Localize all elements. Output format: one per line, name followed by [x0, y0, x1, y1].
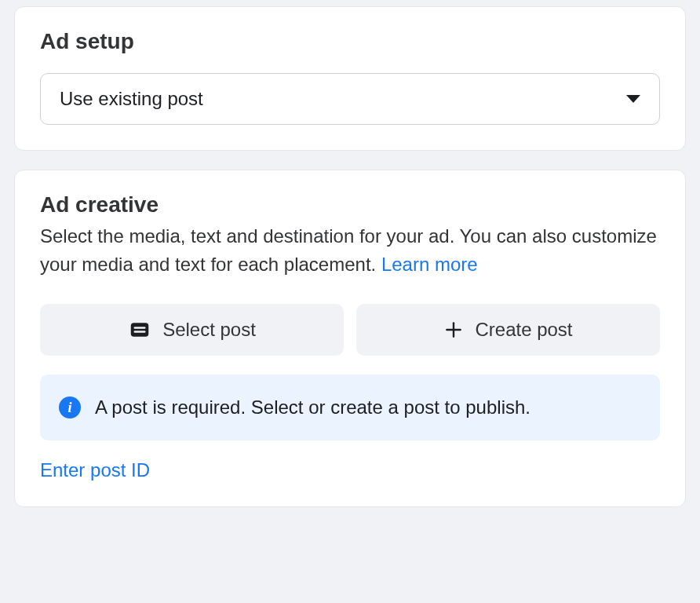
enter-post-id-link[interactable]: Enter post ID: [40, 459, 150, 481]
create-post-label: Create post: [475, 319, 572, 341]
info-banner: i A post is required. Select or create a…: [40, 375, 660, 440]
ad-creative-description-text: Select the media, text and destination f…: [40, 225, 657, 275]
ad-creative-description: Select the media, text and destination f…: [40, 222, 660, 279]
ad-creative-title: Ad creative: [40, 192, 660, 217]
post-card-icon: [128, 318, 151, 342]
ad-setup-dropdown-value: Use existing post: [60, 88, 203, 110]
caret-down-icon: [626, 95, 640, 103]
svg-rect-2: [134, 331, 146, 333]
ad-setup-title: Ad setup: [40, 29, 660, 54]
svg-rect-0: [131, 323, 149, 337]
ad-setup-card: Ad setup Use existing post: [14, 6, 686, 151]
info-icon: i: [59, 397, 81, 418]
plus-icon: [443, 320, 464, 340]
select-post-button[interactable]: Select post: [40, 304, 344, 356]
create-post-button[interactable]: Create post: [356, 304, 660, 356]
svg-rect-1: [134, 327, 146, 329]
ad-creative-card: Ad creative Select the media, text and d…: [14, 170, 686, 507]
info-message: A post is required. Select or create a p…: [95, 397, 530, 418]
ad-setup-dropdown[interactable]: Use existing post: [40, 73, 660, 125]
post-buttons-row: Select post Create post: [40, 304, 660, 356]
learn-more-link[interactable]: Learn more: [381, 254, 478, 275]
select-post-label: Select post: [162, 319, 256, 341]
